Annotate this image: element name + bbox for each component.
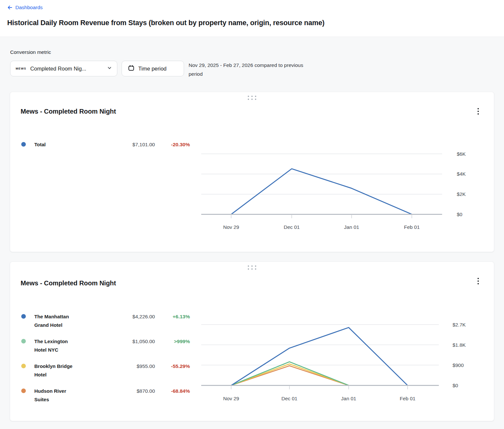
svg-text:$1.8K: $1.8K bbox=[452, 342, 466, 348]
svg-text:$0: $0 bbox=[457, 212, 462, 217]
conversion-metric-value: Completed Room Nig... bbox=[30, 66, 104, 72]
dashboard-page: { "header": { "back_link": "Dashboards",… bbox=[0, 0, 504, 429]
period-summary-text: Nov 29, 2025 - Feb 27, 2026 compared to … bbox=[189, 61, 314, 78]
page-title: Historical Daily Room Revenue from Stays… bbox=[7, 19, 325, 27]
svg-text:Jan 01: Jan 01 bbox=[341, 396, 356, 401]
svg-text:Jan 01: Jan 01 bbox=[344, 224, 359, 230]
svg-text:$4K: $4K bbox=[457, 171, 466, 177]
back-to-dashboards-link[interactable]: Dashboards bbox=[7, 5, 43, 10]
chevron-down-icon bbox=[107, 66, 112, 72]
conversion-metric-dropdown[interactable]: MEWS Completed Room Nig... bbox=[10, 61, 117, 76]
svg-text:$900: $900 bbox=[452, 362, 463, 368]
conversion-metric-label: Conversion metric bbox=[10, 49, 51, 55]
svg-text:Feb 01: Feb 01 bbox=[400, 396, 415, 401]
svg-text:Dec 01: Dec 01 bbox=[284, 224, 300, 230]
mews-logo: MEWS bbox=[16, 67, 26, 70]
chart-card-total: Mews - Completed Room Night Total $7,101… bbox=[10, 92, 494, 252]
svg-text:Nov 29: Nov 29 bbox=[223, 396, 239, 401]
svg-text:Dec 01: Dec 01 bbox=[281, 396, 297, 401]
chart-card-by-property: Mews - Completed Room Night The Manhatta… bbox=[10, 262, 494, 421]
page-header: Dashboards Historical Daily Room Revenue… bbox=[0, 0, 504, 37]
svg-text:Feb 01: Feb 01 bbox=[404, 224, 420, 230]
calendar-icon bbox=[128, 65, 135, 73]
svg-text:$6K: $6K bbox=[457, 151, 466, 157]
time-period-label: Time period bbox=[138, 66, 167, 72]
svg-text:Nov 29: Nov 29 bbox=[223, 224, 239, 230]
back-arrow-icon bbox=[7, 5, 13, 10]
svg-text:$2.7K: $2.7K bbox=[452, 322, 466, 327]
revenue-line-chart-total[interactable]: $0$2K$4K$6KNov 29Dec 01Jan 01Feb 01 bbox=[10, 92, 494, 252]
svg-text:$0: $0 bbox=[452, 383, 458, 388]
back-link-label: Dashboards bbox=[15, 5, 43, 10]
revenue-line-chart-by-property[interactable]: $0$900$1.8K$2.7KNov 29Dec 01Jan 01Feb 01 bbox=[10, 262, 494, 421]
svg-text:$2K: $2K bbox=[457, 191, 466, 197]
time-period-button[interactable]: Time period bbox=[122, 61, 184, 76]
